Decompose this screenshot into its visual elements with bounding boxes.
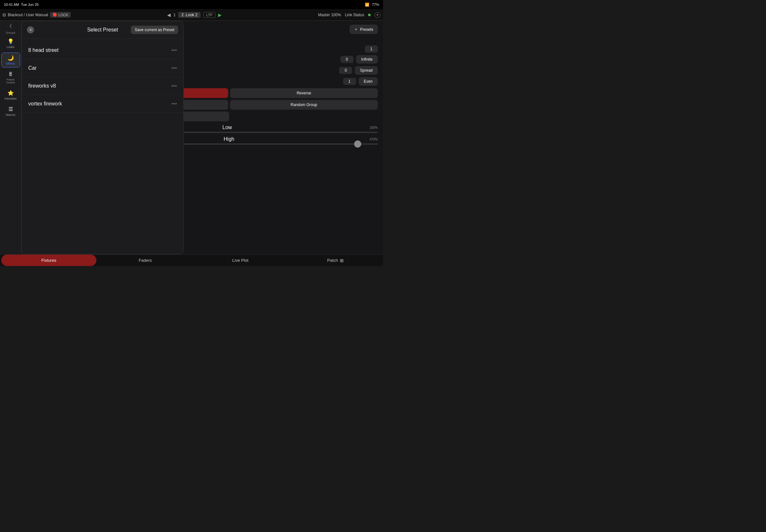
lock-button[interactable]: 🔴 LOCK [50,12,71,18]
effects-icon: 🌙 [7,55,14,61]
preset-list: 8 head street ••• Car ••• fireworks v8 •… [22,39,183,254]
high-slider-max-label: 470% [369,138,378,141]
faders-tab-label: Faders [139,258,152,263]
sidebar-item-effects-label: Effects [6,62,15,65]
play-button[interactable]: ▶ [218,12,222,18]
sidebar-item-macros[interactable]: ☰ Macros [1,104,20,118]
preset-item-4[interactable]: vortex firework ••• [22,95,183,113]
status-date: Tue Jun 25 [21,3,39,6]
presets-button[interactable]: ＋ Presets [349,25,378,34]
low-slider-label: Low [222,125,232,130]
random-group-button[interactable]: Random Group [230,100,378,110]
wifi-icon: 📶 [365,3,369,7]
sidebar: ❮ Groups 💡 Looks 🌙 Effects 🎚 Fixture Con… [0,21,21,254]
presets-plus-icon: ＋ [354,27,358,32]
preset-1-name: 8 head street [28,47,171,53]
sidebar-item-macros-label: Macros [6,113,16,116]
duration-value[interactable]: 0 [340,56,353,63]
patch-tab[interactable]: Patch ⊞ [288,255,383,266]
page-number: 1 [173,13,176,17]
preset-item-1[interactable]: 8 head street ••• [22,42,183,59]
high-slider-label: High [224,136,234,142]
preset-4-name: vortex firework [28,101,171,107]
preset-2-name: Car [28,65,171,71]
duration-infinite-button[interactable]: Infinite [356,55,378,64]
battery-status: 77% [372,3,379,6]
sidebar-item-looks[interactable]: 💡 Looks [1,36,20,51]
favorites-icon: ⭐ [7,90,14,96]
macros-icon: ☰ [8,106,13,112]
main-content: ❮ Groups 💡 Looks 🌙 Effects 🎚 Fixture Con… [0,21,383,254]
patch-grid-icon: ⊞ [340,258,344,263]
trail-even-button[interactable]: Even [359,77,378,86]
close-icon: ✕ [29,28,32,32]
fixture-control-icon: 🎚 [8,71,13,77]
master-label: Master 100% [318,13,341,17]
modal-close-button[interactable]: ✕ [27,26,34,33]
breadcrumb: Blackout / User Manual [8,13,48,17]
sidebar-collapse-button[interactable]: ❮ [9,23,12,28]
sidebar-item-favorites[interactable]: ⭐ Favorites [1,88,20,102]
preset-3-name: fireworks v8 [28,83,171,89]
sidebar-item-looks-label: Looks [6,45,14,49]
save-preset-button[interactable]: Save current as Preset [131,26,178,34]
high-slider-thumb[interactable] [354,140,361,148]
looks-icon: 💡 [7,38,14,44]
sidebar-item-fixture-control-label: Fixture Control [4,78,18,84]
live-plot-tab-label: Live Plot [232,258,249,263]
top-bar: ⊡ Blackout / User Manual 🔴 LOCK ◀ 1 2. L… [0,9,383,21]
home-bar [175,266,208,266]
bottom-bar: Fixtures Faders Live Plot Patch ⊞ [0,254,383,266]
presets-label: Presets [360,27,373,32]
link-status-dot [368,14,371,16]
compass-icon[interactable]: ✦ [374,12,380,18]
live-plot-tab[interactable]: Live Plot [193,255,288,266]
preset-item-3[interactable]: fireworks v8 ••• [22,77,183,95]
sidebar-item-effects[interactable]: 🌙 Effects [1,53,20,67]
low-slider-max-label: 100% [369,126,378,129]
preset-4-more-button[interactable]: ••• [171,101,177,107]
lock-label: LOCK [58,13,68,17]
faders-tab[interactable]: Faders [98,255,193,266]
reverse-button[interactable]: Reverse [230,88,378,98]
ltp-chip[interactable]: LTP [203,12,215,18]
preset-1-more-button[interactable]: ••• [171,47,177,53]
fixtures-tab-label: Fixtures [41,258,56,263]
select-preset-modal: ✕ Select Preset Save current as Preset 8… [21,21,184,254]
preset-item-2[interactable]: Car ••• [22,59,183,77]
modal-header: ✕ Select Preset Save current as Preset [22,21,183,39]
prev-button[interactable]: ◀ [167,12,171,18]
status-bar: 10:41 AM Tue Jun 25 📶 77% [0,0,383,9]
preset-2-more-button[interactable]: ••• [171,65,177,71]
lock-icon: 🔴 [53,13,57,17]
preset-3-more-button[interactable]: ••• [171,83,177,89]
fixtures-tab[interactable]: Fixtures [1,255,96,266]
status-time: 10:41 AM [4,3,19,6]
link-status-label: Link Status [345,13,364,17]
sidebar-item-fixture-control[interactable]: 🎚 Fixture Control [1,69,20,86]
app-icon: ⊡ [3,13,6,17]
grouping-spread-button[interactable]: Spread [355,66,378,75]
total-time-value[interactable]: 1 [365,45,378,53]
patch-tab-label: Patch [327,258,338,263]
modal-title: Select Preset [87,27,118,33]
grouping-value[interactable]: 0 [339,67,352,74]
sidebar-item-favorites-label: Favorites [5,97,17,100]
look-chip[interactable]: 2. Look 2 [178,12,201,18]
sidebar-groups-label: Groups [6,31,16,34]
trail-value[interactable]: 1 [343,78,356,85]
